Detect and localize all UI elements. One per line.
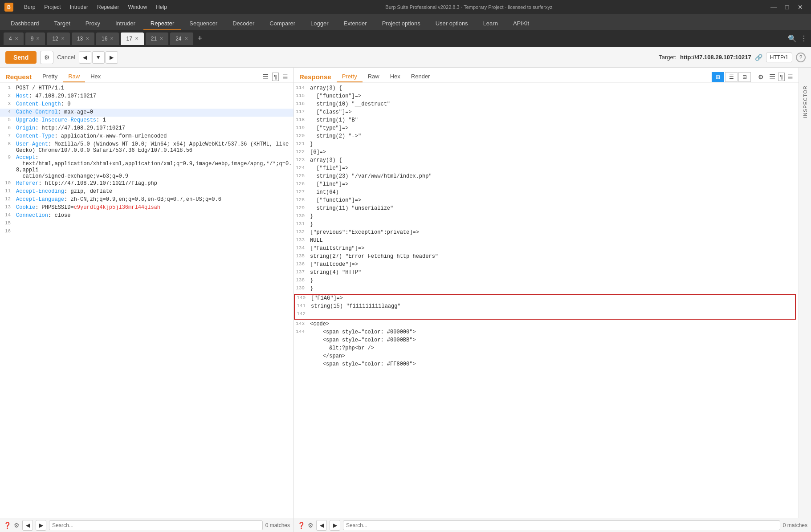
response-more-icon[interactable]: ☰ — [787, 73, 793, 81]
req-tab-12-close[interactable]: ✕ — [61, 36, 65, 41]
response-search-section: ❓ ⚙ ◀ ▶ 0 matches — [294, 518, 811, 532]
menu-help[interactable]: Help — [152, 3, 171, 11]
tab-proxy[interactable]: Proxy — [78, 17, 107, 30]
response-search-forward[interactable]: ▶ — [330, 520, 340, 531]
tab-apikit[interactable]: APIKit — [506, 17, 536, 30]
dropdown-arrow-button[interactable]: ▼ — [92, 51, 105, 64]
tab-decoder[interactable]: Decoder — [225, 17, 261, 30]
req-tab-17[interactable]: 17 ✕ — [121, 32, 143, 45]
menu-intruder[interactable]: Intruder — [66, 3, 92, 11]
view-mode-list[interactable]: ☰ — [725, 72, 738, 82]
response-content[interactable]: 114 array(3) { 115 ["function"]=> 116 st… — [294, 83, 799, 518]
req-tab-13-close[interactable]: ✕ — [86, 36, 89, 41]
target-info: Target: http://47.108.29.107:10217 🔗 HTT… — [659, 53, 806, 62]
req-tab-24[interactable]: 24 ✕ — [170, 32, 193, 45]
req-tab-9[interactable]: 9 ✕ — [25, 32, 45, 45]
response-tab-render[interactable]: Render — [406, 71, 436, 82]
req-tab-21-close[interactable]: ✕ — [159, 36, 163, 41]
send-settings-button[interactable]: ⚙ — [40, 51, 53, 64]
tab-extender[interactable]: Extender — [337, 17, 374, 30]
request-settings-icon[interactable]: ⚙ — [14, 522, 20, 529]
request-line-12: 12 Accept-Language: zh-CN,zh;q=0.9,en;q=… — [0, 196, 293, 204]
response-settings-icon[interactable]: ⚙ — [758, 73, 764, 81]
req-tab-9-close[interactable]: ✕ — [36, 36, 40, 41]
req-tab-9-label: 9 — [31, 36, 34, 42]
cancel-button[interactable]: Cancel — [57, 54, 75, 61]
response-newline-icon[interactable]: ¶ — [778, 73, 785, 81]
request-line-5: 5 Upgrade-Insecure-Requests: 1 — [0, 117, 293, 125]
forward-arrow-button[interactable]: ▶ — [106, 51, 118, 64]
resp-line-123: 123 array(3) { — [294, 157, 799, 165]
request-tab-raw[interactable]: Raw — [63, 71, 85, 82]
request-tab-hex[interactable]: Hex — [85, 71, 106, 82]
back-arrow-button[interactable]: ◀ — [79, 51, 91, 64]
maximize-button[interactable]: □ — [781, 3, 793, 12]
search-icon[interactable]: 🔍 — [788, 34, 797, 43]
resp-line-124: 124 ["file"]=> — [294, 165, 799, 173]
response-tab-raw[interactable]: Raw — [363, 71, 385, 82]
req-tab-24-close[interactable]: ✕ — [184, 36, 188, 41]
req-tab-12[interactable]: 12 ✕ — [47, 32, 69, 45]
response-tab-pretty[interactable]: Pretty — [337, 71, 363, 82]
tab-comparer[interactable]: Comparer — [262, 17, 302, 30]
tab-project-options[interactable]: Project options — [375, 17, 428, 30]
request-newline-icon[interactable]: ¶ — [272, 73, 279, 81]
req-tab-4-close[interactable]: ✕ — [15, 36, 18, 41]
tab-user-options[interactable]: User options — [428, 17, 475, 30]
request-search-forward[interactable]: ▶ — [36, 520, 46, 531]
request-line-6: 6 Origin: http://47.108.29.107:10217 — [0, 125, 293, 133]
resp-line-132: 132 ["previous":"Exception":private]=> — [294, 229, 799, 237]
tab-dashboard[interactable]: Dashboard — [4, 17, 46, 30]
request-content[interactable]: 1 POST / HTTP/1.1 2 Host: 47.108.29.107:… — [0, 83, 293, 518]
minimize-button[interactable]: — — [767, 3, 780, 12]
response-search-input[interactable] — [343, 520, 780, 530]
add-tab-button[interactable]: + — [195, 34, 205, 43]
response-search-back[interactable]: ◀ — [316, 520, 327, 531]
request-tab-pretty[interactable]: Pretty — [37, 71, 63, 82]
view-mode-grid[interactable]: ⊟ — [738, 72, 751, 82]
link-icon[interactable]: 🔗 — [755, 54, 762, 61]
tab-learn[interactable]: Learn — [476, 17, 505, 30]
menu-window[interactable]: Window — [124, 3, 151, 11]
request-help-icon[interactable]: ❓ — [4, 522, 11, 529]
tab-sequencer[interactable]: Sequencer — [182, 17, 224, 30]
req-tab-17-close[interactable]: ✕ — [135, 36, 139, 41]
request-text-icon[interactable]: ☰ — [262, 73, 269, 81]
req-tab-21[interactable]: 21 ✕ — [146, 32, 168, 45]
menu-repeater[interactable]: Repeater — [94, 3, 122, 11]
bottom-bar: ❓ ⚙ ◀ ▶ 0 matches ❓ ⚙ ◀ ▶ 0 matches — [0, 518, 811, 532]
response-help-icon[interactable]: ❓ — [298, 522, 305, 529]
tab-target[interactable]: Target — [47, 17, 77, 30]
tab-intruder[interactable]: Intruder — [108, 17, 143, 30]
response-settings-icon[interactable]: ⚙ — [308, 522, 314, 529]
resp-line-128: 128 ["function"]=> — [294, 197, 799, 205]
req-tab-21-label: 21 — [151, 36, 157, 42]
request-search-back[interactable]: ◀ — [22, 520, 33, 531]
send-button[interactable]: Send — [5, 51, 37, 64]
request-line-3: 3 Content-Length: 0 — [0, 101, 293, 109]
resp-line-134: 134 ["faultstring"]=> — [294, 245, 799, 253]
req-tab-13[interactable]: 13 ✕ — [72, 32, 94, 45]
view-mode-split[interactable]: ⊞ — [712, 72, 724, 82]
resp-line-119: 119 ["type"]=> — [294, 125, 799, 133]
response-text-icon[interactable]: ☰ — [769, 73, 775, 81]
http-version-selector[interactable]: HTTP/1 — [766, 53, 792, 62]
tab-repeater[interactable]: Repeater — [143, 17, 181, 30]
response-tab-hex[interactable]: Hex — [385, 71, 406, 82]
request-search-input[interactable] — [49, 520, 263, 530]
nav-arrows: ◀ ▼ ▶ — [79, 51, 118, 64]
flag-highlight-box: 140 ["F1AG"]=> 141 string(15) "f11111111… — [294, 294, 796, 320]
close-button[interactable]: ✕ — [794, 3, 807, 12]
req-tab-17-label: 17 — [126, 36, 132, 42]
req-tab-16-close[interactable]: ✕ — [110, 36, 114, 41]
menu-project[interactable]: Project — [41, 3, 64, 11]
req-tab-4[interactable]: 4 ✕ — [4, 32, 24, 45]
help-button[interactable]: ? — [796, 53, 806, 62]
request-more-icon[interactable]: ☰ — [282, 73, 288, 81]
more-options-icon[interactable]: ⋮ — [800, 34, 807, 43]
tabs-right-controls: 🔍 ⋮ — [788, 34, 807, 43]
view-mode-buttons: ⊞ ☰ ⊟ — [712, 72, 751, 82]
menu-burp[interactable]: Burp — [20, 3, 39, 11]
req-tab-16[interactable]: 16 ✕ — [96, 32, 119, 45]
tab-logger[interactable]: Logger — [303, 17, 335, 30]
